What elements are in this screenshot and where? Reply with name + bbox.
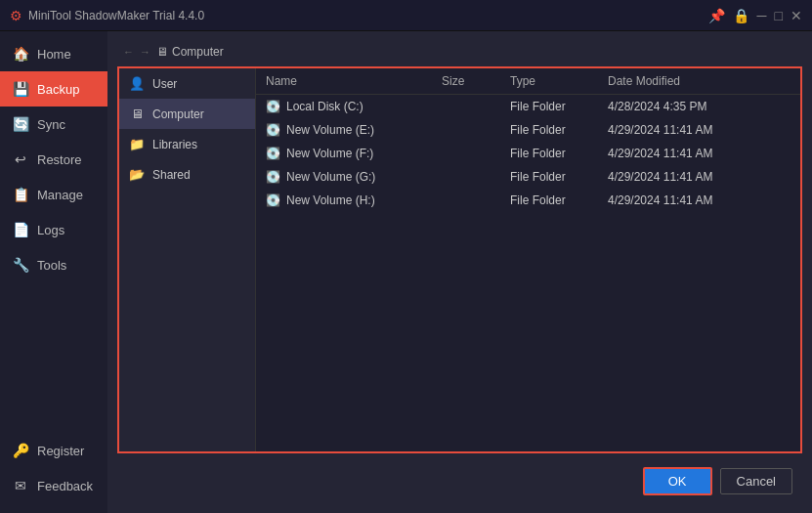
- sidebar-item-register[interactable]: 🔑 Register: [0, 433, 107, 468]
- file-browser: 👤 User 🖥 Computer 📁 Libraries 📂 Shared: [117, 66, 802, 453]
- content-area: ← → 🖥 Computer 👤 User 🖥 Compu: [107, 31, 812, 513]
- computer-folder-icon: 🖥: [129, 107, 145, 121]
- sidebar-item-label: Backup: [37, 82, 79, 97]
- sidebar-item-label: Manage: [37, 188, 83, 202]
- drive-icon: 💽: [266, 170, 280, 184]
- file-type: File Folder: [510, 193, 608, 207]
- drive-icon: 💽: [266, 193, 280, 207]
- register-icon: 🔑: [12, 443, 29, 458]
- sidebar-item-label: Feedback: [37, 479, 93, 493]
- tools-icon: 🔧: [12, 257, 29, 273]
- sidebar-item-tools[interactable]: 🔧 Tools: [0, 247, 107, 282]
- sync-icon: 🔄: [12, 116, 29, 132]
- left-panel-item-label: Shared: [152, 168, 191, 182]
- manage-icon: 📋: [12, 187, 29, 202]
- cancel-button[interactable]: Cancel: [720, 468, 792, 494]
- file-type: File Folder: [510, 123, 608, 137]
- nav-bar: ← → 🖥 Computer: [117, 41, 802, 63]
- shared-folder-icon: 📂: [129, 167, 145, 182]
- file-type: File Folder: [510, 170, 608, 184]
- table-row[interactable]: 💽 New Volume (F:) File Folder 4/29/2024 …: [256, 142, 800, 165]
- window-controls: 📌 🔒 ─ □ ✕: [708, 8, 802, 23]
- main-layout: 🏠 Home 💾 Backup 🔄 Sync ↩ Restore 📋 Manag…: [0, 31, 812, 513]
- table-row[interactable]: 💽 New Volume (G:) File Folder 4/29/2024 …: [256, 165, 800, 189]
- file-type: File Folder: [510, 147, 608, 160]
- app-logo-icon: ⚙: [10, 8, 22, 23]
- table-row[interactable]: 💽 New Volume (H:) File Folder 4/29/2024 …: [256, 189, 800, 212]
- table-row[interactable]: 💽 New Volume (E:) File Folder 4/29/2024 …: [256, 118, 800, 142]
- col-header-name: Name: [266, 74, 442, 88]
- minimize-icon[interactable]: ─: [757, 8, 767, 23]
- app-title: MiniTool ShadowMaker Trial 4.4.0: [28, 9, 204, 22]
- left-panel-item-label: Libraries: [152, 138, 197, 151]
- back-arrow-icon[interactable]: ←: [123, 46, 134, 58]
- drive-icon: 💽: [266, 147, 280, 160]
- pin-icon[interactable]: 📌: [708, 8, 725, 23]
- user-folder-icon: 👤: [129, 76, 145, 91]
- table-row[interactable]: 💽 Local Disk (C:) File Folder 4/28/2024 …: [256, 95, 800, 118]
- right-panel: Name Size Type Date Modified 💽 Local Dis…: [256, 68, 800, 451]
- file-date: 4/29/2024 11:41 AM: [608, 170, 791, 184]
- file-date: 4/29/2024 11:41 AM: [608, 123, 791, 137]
- nav-breadcrumb-label: Computer: [172, 45, 224, 59]
- left-panel-item-computer[interactable]: 🖥 Computer: [119, 99, 255, 129]
- file-date: 4/29/2024 11:41 AM: [608, 193, 791, 207]
- sidebar-item-manage[interactable]: 📋 Manage: [0, 177, 107, 212]
- left-panel-item-libraries[interactable]: 📁 Libraries: [119, 129, 255, 159]
- sidebar-item-label: Sync: [37, 117, 65, 132]
- sidebar-item-label: Logs: [37, 223, 64, 237]
- maximize-icon[interactable]: □: [775, 8, 783, 23]
- ok-button[interactable]: OK: [643, 467, 712, 495]
- col-header-size: Size: [442, 74, 510, 88]
- sidebar-item-label: Tools: [37, 258, 66, 273]
- sidebar-item-label: Register: [37, 444, 84, 458]
- drive-icon: 💽: [266, 100, 280, 113]
- left-panel-item-label: Computer: [152, 107, 204, 121]
- file-name: New Volume (F:): [286, 147, 373, 160]
- forward-arrow-icon[interactable]: →: [140, 46, 150, 58]
- file-name: New Volume (H:): [286, 193, 375, 207]
- file-type: File Folder: [510, 100, 608, 113]
- file-date: 4/29/2024 11:41 AM: [608, 147, 791, 160]
- title-bar: ⚙ MiniTool ShadowMaker Trial 4.4.0 📌 🔒 ─…: [0, 0, 812, 31]
- computer-nav-icon: 🖥: [156, 45, 168, 59]
- sidebar-item-backup[interactable]: 💾 Backup: [0, 71, 107, 107]
- file-name: Local Disk (C:): [286, 100, 363, 113]
- nav-breadcrumb: 🖥 Computer: [156, 45, 224, 59]
- restore-icon: ↩: [12, 151, 29, 167]
- dialog-container: ← → 🖥 Computer 👤 User 🖥 Compu: [117, 41, 802, 503]
- logs-icon: 📄: [12, 222, 29, 237]
- libraries-folder-icon: 📁: [129, 137, 145, 151]
- drive-icon: 💽: [266, 123, 280, 137]
- home-icon: 🏠: [12, 46, 29, 62]
- feedback-icon: ✉: [12, 478, 29, 493]
- col-header-date: Date Modified: [608, 74, 791, 88]
- col-header-type: Type: [510, 74, 608, 88]
- sidebar-item-label: Restore: [37, 152, 82, 167]
- lock-icon[interactable]: 🔒: [733, 8, 749, 23]
- left-panel-item-label: User: [152, 77, 177, 91]
- file-date: 4/28/2024 4:35 PM: [608, 100, 791, 113]
- sidebar-item-feedback[interactable]: ✉ Feedback: [0, 468, 107, 503]
- sidebar-item-logs[interactable]: 📄 Logs: [0, 212, 107, 247]
- left-panel: 👤 User 🖥 Computer 📁 Libraries 📂 Shared: [119, 68, 256, 451]
- sidebar-item-sync[interactable]: 🔄 Sync: [0, 107, 107, 142]
- left-panel-item-shared[interactable]: 📂 Shared: [119, 159, 255, 190]
- close-icon[interactable]: ✕: [791, 8, 802, 23]
- left-panel-item-user[interactable]: 👤 User: [119, 68, 255, 99]
- sidebar: 🏠 Home 💾 Backup 🔄 Sync ↩ Restore 📋 Manag…: [0, 31, 107, 513]
- file-name: New Volume (E:): [286, 123, 374, 137]
- sidebar-item-restore[interactable]: ↩ Restore: [0, 142, 107, 177]
- file-name: New Volume (G:): [286, 170, 375, 184]
- column-headers: Name Size Type Date Modified: [256, 68, 800, 95]
- sidebar-item-home[interactable]: 🏠 Home: [0, 36, 107, 71]
- backup-icon: 💾: [12, 81, 29, 97]
- bottom-bar: OK Cancel: [117, 459, 802, 503]
- sidebar-bottom: 🔑 Register ✉ Feedback: [0, 433, 107, 513]
- sidebar-item-label: Home: [37, 47, 71, 62]
